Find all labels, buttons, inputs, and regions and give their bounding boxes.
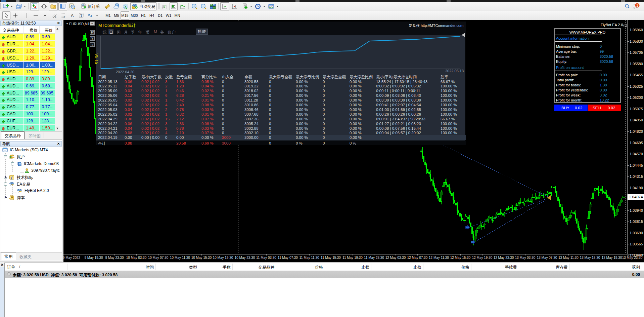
- svg-text:1: 1: [636, 4, 638, 7]
- svg-text:1.03565: 1.03565: [630, 242, 643, 246]
- svg-text:11 May 03:30: 11 May 03:30: [256, 256, 276, 260]
- svg-text:1.05200: 1.05200: [630, 95, 643, 100]
- svg-text:1.04820: 1.04820: [630, 129, 643, 133]
- svg-text:1.03940: 1.03940: [630, 208, 643, 212]
- svg-text:1.05960: 1.05960: [630, 28, 643, 32]
- svg-text:1.04190: 1.04190: [630, 186, 643, 190]
- svg-text:9 May 19:30: 9 May 19:30: [84, 256, 103, 260]
- svg-text:1.05455: 1.05455: [630, 73, 643, 77]
- svg-text:1.04695: 1.04695: [630, 141, 643, 145]
- svg-text:1.04950: 1.04950: [630, 118, 643, 122]
- svg-text:2022.04.20: 2022.04.20: [116, 70, 134, 74]
- svg-text:11 May 11:30: 11 May 11:30: [299, 256, 319, 260]
- svg-text:13 May 11:30: 13 May 11:30: [558, 256, 579, 260]
- svg-text:13 May 07:30: 13 May 07:30: [537, 256, 557, 260]
- svg-text:1.05325: 1.05325: [630, 84, 643, 88]
- svg-text:10 May 23:30: 10 May 23:30: [235, 256, 255, 260]
- svg-text:11 May 15:30: 11 May 15:30: [321, 256, 341, 260]
- svg-text:T: T: [80, 14, 82, 17]
- svg-text:1.04315: 1.04315: [630, 174, 643, 179]
- svg-text:12 May 03:30: 12 May 03:30: [385, 256, 406, 260]
- svg-text:13 May 03:30: 13 May 03:30: [515, 256, 536, 260]
- svg-text:1.04074: 1.04074: [629, 195, 643, 199]
- svg-text:2022.05.13: 2022.05.13: [445, 69, 464, 73]
- svg-text:1.03815: 1.03815: [630, 220, 643, 224]
- svg-text:1.05580: 1.05580: [630, 62, 643, 66]
- svg-text:12 May 11:30: 12 May 11:30: [429, 256, 449, 260]
- svg-text:F: F: [64, 16, 65, 18]
- svg-text:10 May 19:30: 10 May 19:30: [213, 256, 233, 260]
- svg-text:12 May 23:30: 12 May 23:30: [494, 256, 514, 260]
- svg-text:12 May 15:30: 12 May 15:30: [450, 256, 471, 260]
- svg-text:12 May 19:30: 12 May 19:30: [472, 256, 493, 260]
- svg-text:10 May 07:30: 10 May 07:30: [148, 256, 169, 260]
- svg-text:13 May 15:30: 13 May 15:30: [580, 256, 600, 260]
- svg-text:1.05830: 1.05830: [630, 39, 643, 43]
- svg-text:E: E: [55, 16, 56, 18]
- svg-text:11 May 19:30: 11 May 19:30: [342, 256, 363, 260]
- svg-text:1.05075: 1.05075: [630, 107, 643, 111]
- svg-text:9 May 2022: 9 May 2022: [63, 256, 81, 260]
- svg-text:1.03690: 1.03690: [630, 231, 643, 235]
- svg-text:12 May 07:30: 12 May 07:30: [407, 256, 428, 260]
- svg-text:1.04445: 1.04445: [630, 163, 643, 167]
- svg-text:9 May 23:30: 9 May 23:30: [105, 256, 124, 260]
- svg-text:11 May 07:30: 11 May 07:30: [278, 256, 298, 260]
- svg-text:13 May 19:30: 13 May 19:30: [602, 256, 622, 260]
- svg-text:1.05705: 1.05705: [630, 50, 643, 54]
- svg-text:10 May 11:30: 10 May 11:30: [170, 256, 190, 260]
- svg-text:10 May 03:30: 10 May 03:30: [126, 256, 147, 260]
- svg-text:11 May 23:30: 11 May 23:30: [364, 256, 384, 260]
- svg-text:1.04570: 1.04570: [630, 152, 643, 156]
- svg-text:1.03440: 1.03440: [630, 253, 643, 257]
- svg-text:10 May 15:30: 10 May 15:30: [191, 256, 212, 260]
